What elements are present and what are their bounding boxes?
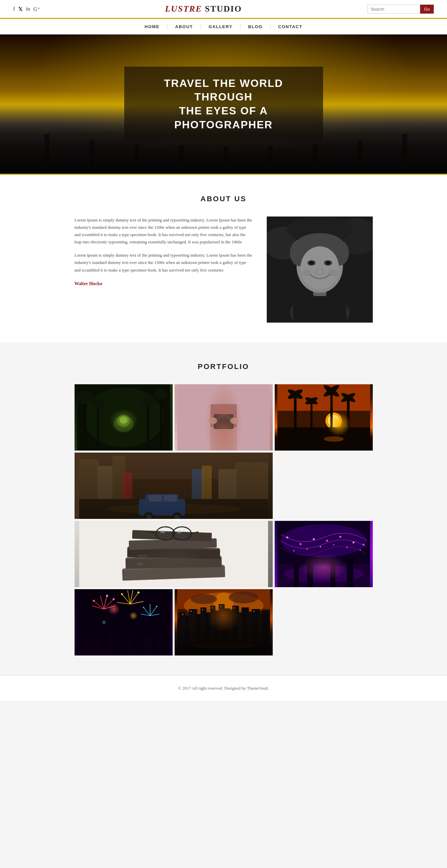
svg-rect-78 [202,466,212,499]
svg-rect-116 [307,561,313,587]
about-text: Lorem Ipsum is simply dummy text of the … [74,217,254,293]
svg-point-73 [174,515,180,519]
svg-rect-176 [262,611,270,655]
svg-rect-148 [127,637,133,655]
portfolio-item-fireworks[interactable] [74,589,173,655]
nav-contact[interactable]: CONTACT [271,24,310,29]
svg-rect-183 [254,611,254,612]
svg-point-57 [340,392,356,403]
svg-point-127 [93,600,95,602]
linkedin-icon[interactable]: in [26,6,30,12]
svg-rect-49 [330,391,333,434]
svg-rect-88 [132,530,212,541]
books-svg: THE NARNIA [74,521,273,587]
svg-rect-167 [219,604,225,655]
svg-rect-117 [330,562,335,587]
svg-point-21 [117,415,130,427]
hero-section: TRAVEL THE WORLD THROUGH THE EYES OF A P… [0,34,447,174]
svg-rect-83 [125,556,222,568]
svg-rect-81 [122,566,225,581]
svg-rect-62 [97,466,114,519]
svg-point-20 [114,416,133,432]
svg-text:THE: THE [137,562,143,566]
svg-line-140 [150,614,159,616]
portfolio-item-camera-person[interactable] [174,384,273,451]
svg-rect-86 [128,547,219,550]
main-nav: HOME | ABOUT | GALLERY | BLOG | CONTACT [0,19,447,34]
portfolio-item-purple-lights[interactable] [275,521,373,587]
nav-blog[interactable]: BLOG [241,24,270,29]
svg-rect-180 [212,608,213,609]
svg-point-19 [84,388,163,447]
svg-rect-61 [79,459,99,519]
svg-rect-149 [143,635,151,655]
hero-title: TRAVEL THE WORLD THROUGH THE EYES OF A P… [141,76,307,132]
svg-point-136 [121,593,123,595]
svg-rect-145 [84,636,92,655]
svg-rect-146 [95,639,100,655]
svg-rect-170 [232,606,239,655]
portfolio-item-nyc-skyline[interactable] [174,589,273,655]
svg-rect-152 [177,589,270,622]
portfolio-item-forest[interactable] [74,384,173,451]
nav-gallery[interactable]: GALLERY [201,24,240,29]
camera-person-svg [174,384,273,451]
nav-home[interactable]: HOME [137,24,167,29]
portfolio-section: PORTFOLIO [0,342,447,675]
svg-point-17 [328,270,338,276]
svg-point-28 [91,399,105,409]
svg-line-131 [130,590,133,604]
svg-point-114 [284,566,363,582]
portfolio-item-sunset-palms[interactable] [275,384,373,451]
svg-point-110 [333,544,334,546]
svg-line-92 [149,532,156,533]
svg-rect-18 [77,384,170,451]
svg-line-93 [191,532,198,533]
svg-line-133 [130,601,143,604]
nav-about[interactable]: ABOUT [168,24,200,29]
svg-point-36 [220,418,227,425]
svg-point-51 [287,388,304,401]
footer-text: © 2017 All right reserved. Designed by T… [10,686,437,691]
portfolio-item-books[interactable]: THE NARNIA [74,521,273,587]
about-photo-inner [267,217,373,322]
about-author[interactable]: Walter Hucko [74,280,254,288]
svg-rect-80 [79,521,268,587]
svg-rect-60 [79,453,268,479]
svg-rect-162 [195,614,202,655]
svg-point-37 [209,417,217,424]
svg-point-112 [359,549,361,551]
search-input[interactable] [367,5,420,13]
svg-rect-25 [147,401,150,451]
svg-point-100 [286,536,288,538]
search-button[interactable]: Go [420,5,434,13]
svg-text:NARNIA: NARNIA [137,554,147,557]
svg-point-71 [172,512,182,519]
svg-rect-76 [122,472,132,499]
svg-point-90 [173,527,191,540]
svg-rect-150 [157,638,162,655]
svg-rect-184 [177,642,270,655]
purple-lights-svg [275,521,373,587]
svg-rect-118 [347,559,354,587]
svg-line-137 [150,607,157,616]
svg-point-95 [177,529,182,533]
svg-rect-40 [277,384,370,451]
svg-line-124 [104,606,115,609]
facebook-icon[interactable]: f [13,6,15,12]
portfolio-item-city-street[interactable] [74,453,273,519]
site-logo: LUSTRE STUDIO [165,4,242,14]
svg-rect-48 [311,401,313,434]
logo-lustre: LUSTRE [165,4,205,13]
svg-rect-159 [179,612,186,655]
svg-rect-47 [294,394,296,434]
svg-point-94 [160,529,165,533]
svg-point-22 [120,416,128,424]
svg-rect-160 [186,616,191,655]
googleplus-icon[interactable]: G⁺ [33,6,40,12]
svg-point-104 [339,536,341,538]
svg-point-99 [281,524,367,557]
svg-rect-98 [277,521,370,587]
svg-point-107 [293,550,295,551]
twitter-icon[interactable]: 𝕏 [18,6,23,12]
